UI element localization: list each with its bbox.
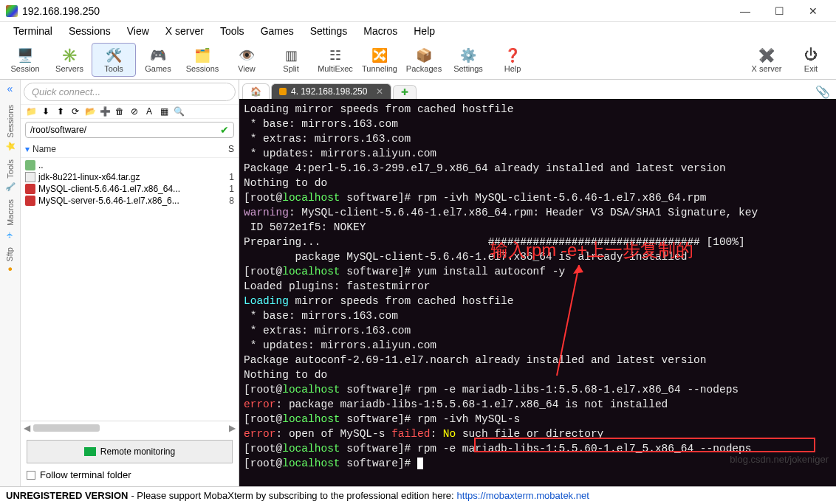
archive-icon	[25, 172, 35, 182]
col-name[interactable]: Name	[32, 144, 56, 154]
tunneling-icon: 🔀	[357, 46, 402, 64]
terminal-tabs: 🏠 4. 192.168.198.250 ✕ ✚ 📎	[239, 80, 836, 99]
tab-close-icon[interactable]: ✕	[376, 86, 383, 97]
tool-games[interactable]: 🎮Games	[136, 44, 180, 76]
titlebar: 192.168.198.250 — ☐ ✕	[0, 0, 836, 22]
follow-terminal-checkbox[interactable]: Follow terminal folder	[27, 469, 233, 480]
ftb-icon-10[interactable]: 🔍	[173, 106, 185, 117]
file-row[interactable]: ..	[25, 159, 234, 171]
rail-tab-tools[interactable]: 🔧Tools	[4, 155, 16, 196]
tools-icon: 🛠️	[92, 46, 135, 64]
tool-x server[interactable]: ✖️X server	[744, 44, 789, 76]
monitor-icon	[84, 447, 96, 456]
col-size[interactable]: S	[228, 144, 234, 154]
remote-monitoring-label: Remote monitoring	[100, 446, 175, 457]
window-title: 192.168.198.250	[22, 5, 100, 17]
folder-icon	[25, 160, 35, 170]
menu-terminal[interactable]: Terminal	[6, 24, 60, 38]
status-link[interactable]: https://mobaxterm.mobatek.net	[457, 490, 589, 501]
games-icon: 🎮	[136, 46, 180, 64]
tool-split[interactable]: ▥Split	[269, 44, 313, 76]
rpm-icon	[25, 196, 35, 206]
right-panel: 🏠 4. 192.168.198.250 ✕ ✚ 📎 Loading mirro…	[239, 80, 836, 486]
ftb-icon-4[interactable]: 📂	[84, 106, 96, 117]
tool-session[interactable]: 🖥️Session	[3, 44, 47, 76]
tool-sessions[interactable]: 🗂️Sessions	[180, 44, 225, 76]
menu-tools[interactable]: Tools	[213, 24, 252, 38]
help-icon: ❓	[490, 46, 535, 64]
tab-new[interactable]: ✚	[393, 85, 417, 99]
maximize-button[interactable]: ☐	[762, 0, 796, 22]
main-toolbar: 🖥️Session✳️Servers🛠️Tools🎮Games🗂️Session…	[0, 40, 836, 80]
file-list: ..jdk-8u221-linux-x64.tar.gz1MySQL-clien…	[21, 158, 239, 421]
tool-settings[interactable]: ⚙️Settings	[446, 44, 490, 76]
file-hscrollbar[interactable]: ◀▶	[21, 421, 239, 434]
follow-label: Follow terminal folder	[40, 469, 131, 480]
view-icon: 👁️	[225, 46, 269, 64]
tab-label: 4. 192.168.198.250	[291, 86, 367, 97]
session-icon	[279, 88, 287, 95]
plus-icon: ✚	[401, 87, 408, 97]
file-toolbar: 📁⬇⬆⟳📂➕🗑⊘A▦🔍	[21, 104, 239, 119]
rail-tab-sessions[interactable]: ⭐Sessions	[4, 100, 16, 155]
tool-tools[interactable]: 🛠️Tools	[92, 43, 136, 77]
tool-packages[interactable]: 📦Packages	[402, 44, 446, 76]
menubar: TerminalSessionsViewX serverToolsGamesSe…	[0, 22, 836, 40]
tool-servers[interactable]: ✳️Servers	[47, 44, 92, 76]
tool-tunneling[interactable]: 🔀Tunneling	[357, 44, 402, 76]
ftb-icon-8[interactable]: A	[143, 106, 155, 117]
menu-settings[interactable]: Settings	[303, 24, 355, 38]
file-row[interactable]: MySQL-client-5.6.46-1.el7.x86_64...1	[25, 183, 234, 195]
path-input[interactable]: /root/software/ ✔	[25, 122, 234, 138]
ftb-icon-0[interactable]: 📁	[25, 106, 37, 117]
ftb-icon-6[interactable]: 🗑	[114, 106, 126, 117]
menu-games[interactable]: Games	[253, 24, 301, 38]
tab-home[interactable]: 🏠	[242, 83, 270, 99]
menu-sessions[interactable]: Sessions	[61, 24, 118, 38]
paperclip-icon[interactable]: 📎	[815, 85, 830, 99]
collapse-sidebar-icon[interactable]: «	[7, 83, 13, 94]
ftb-icon-1[interactable]: ⬇	[40, 106, 52, 117]
ftb-icon-5[interactable]: ➕	[99, 106, 111, 117]
file-row[interactable]: MySQL-server-5.6.46-1.el7.x86_6...8	[25, 195, 234, 207]
path-ok-icon: ✔	[220, 124, 229, 136]
home-icon: 🏠	[250, 86, 261, 97]
quick-connect-input[interactable]: Quick connect...	[24, 83, 236, 101]
split-icon: ▥	[269, 46, 313, 64]
menu-help[interactable]: Help	[406, 24, 442, 38]
servers-icon: ✳️	[47, 46, 92, 64]
close-button[interactable]: ✕	[796, 0, 830, 22]
file-list-header: ▾ Name S	[21, 141, 239, 158]
path-text: /root/software/	[30, 125, 86, 135]
rail-tab-sftp[interactable]: ●Sftp	[4, 243, 16, 278]
left-panel: Quick connect... 📁⬇⬆⟳📂➕🗑⊘A▦🔍 /root/softw…	[21, 80, 239, 486]
ftb-icon-3[interactable]: ⟳	[69, 106, 81, 117]
ftb-icon-9[interactable]: ▦	[158, 106, 170, 117]
menu-macros[interactable]: Macros	[356, 24, 405, 38]
ftb-icon-7[interactable]: ⊘	[129, 106, 140, 117]
session-icon: 🖥️	[3, 46, 47, 64]
status-unregistered: UNREGISTERED VERSION	[6, 490, 128, 501]
terminal[interactable]: Loading mirror speeds from cached hostfi…	[239, 99, 836, 486]
rail-tab-macros[interactable]: ✈Macros	[4, 195, 16, 243]
tool-exit[interactable]: ⏻Exit	[789, 44, 833, 76]
side-rail: « ⭐Sessions🔧Tools✈Macros●Sftp	[0, 80, 21, 486]
tool-view[interactable]: 👁️View	[225, 44, 269, 76]
packages-icon: 📦	[402, 46, 446, 64]
tool-multiexec[interactable]: ☷MultiExec	[313, 44, 357, 76]
terminal-content: Loading mirror speeds from cached hostfi…	[244, 102, 832, 471]
tab-session-active[interactable]: 4. 192.168.198.250 ✕	[271, 83, 391, 99]
sessions-icon: 🗂️	[180, 46, 225, 64]
checkbox-icon	[27, 471, 35, 480]
ftb-icon-2[interactable]: ⬆	[55, 106, 66, 117]
watermark: blog.csdn.net/jokeniger	[730, 452, 829, 467]
multiexec-icon: ☷	[313, 46, 357, 64]
menu-view[interactable]: View	[120, 24, 157, 38]
menu-x-server[interactable]: X server	[158, 24, 211, 38]
minimize-button[interactable]: —	[728, 0, 762, 22]
tool-help[interactable]: ❓Help	[490, 44, 535, 76]
settings-icon: ⚙️	[446, 46, 490, 64]
remote-monitoring-button[interactable]: Remote monitoring	[27, 440, 233, 463]
file-row[interactable]: jdk-8u221-linux-x64.tar.gz1	[25, 171, 234, 183]
sort-arrow-icon[interactable]: ▾	[25, 144, 30, 154]
